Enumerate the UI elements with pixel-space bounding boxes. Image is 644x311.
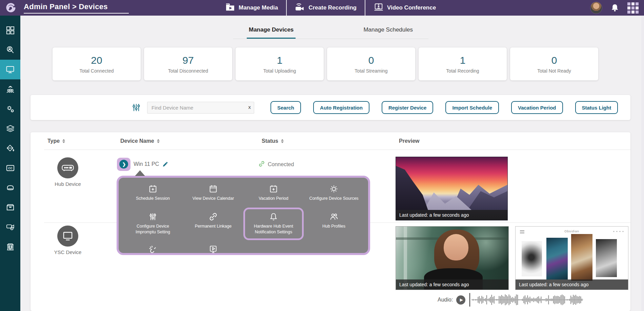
people-icon <box>329 212 339 221</box>
device-name: Win 11 PC <box>134 161 159 167</box>
sidebar-item-captions[interactable]: CC <box>0 158 20 178</box>
popup-item-schedule-session[interactable]: Schedule Session <box>123 180 183 208</box>
popup-item-hardware-hub-event-notification-settings[interactable]: Hardware Hub Event Notification Settings <box>243 208 304 240</box>
tab-bar: Manage Devices Manage Schedules <box>233 24 428 39</box>
audio-label: Audio: <box>438 297 453 303</box>
popup-item-view-device-calendar[interactable]: View Device Calendar <box>183 180 243 208</box>
stat-label: Total Streaming <box>355 68 387 74</box>
stat-value: 1 <box>277 55 283 66</box>
preview-art <box>444 234 468 260</box>
device-name-cell: ❯ Win 11 PC <box>117 157 258 171</box>
column-header-type[interactable]: Type <box>44 138 117 144</box>
device-preview-image[interactable]: Obsidian Last updated: a few seconds ago <box>515 226 628 290</box>
create-recording-button[interactable]: Create Recording <box>287 0 365 16</box>
stat-card-total-uploading: 1 Total Uploading <box>236 47 324 80</box>
institution-building-icon <box>6 242 15 251</box>
popup-item-label: Hub Profiles <box>322 223 345 229</box>
popup-item-label: Configure Device Sources <box>309 196 358 201</box>
top-right-cluster <box>590 0 639 16</box>
sidebar-item-archive[interactable] <box>0 197 20 217</box>
popup-item-hub-profiles[interactable]: Hub Profiles <box>304 208 364 240</box>
create-recording-label: Create Recording <box>308 4 357 11</box>
vacation-period-button[interactable]: Vacation Period <box>511 101 563 114</box>
devices-monitor-icon <box>5 65 15 74</box>
stat-card-total-not-ready: 0 Total Not Ready <box>510 47 598 80</box>
device-search-field: x <box>147 102 254 114</box>
popup-item-label: Unregister Device <box>136 256 169 262</box>
column-header-device-name[interactable]: Device Name <box>117 138 258 144</box>
preview-art <box>571 234 592 281</box>
user-search-icon <box>6 45 15 55</box>
popup-item-configure-device-impromptu-setting[interactable]: Configure Device Impromptu Setting <box>123 208 183 240</box>
play-button[interactable]: ▶ <box>456 295 465 305</box>
sidebar-item-conference[interactable] <box>0 79 20 99</box>
column-label: Preview <box>399 138 419 144</box>
sidebar-item-dashboard[interactable] <box>0 20 20 40</box>
clear-input-button[interactable]: x <box>248 104 251 110</box>
stat-label: Total Connected <box>79 68 114 74</box>
column-header-status[interactable]: Status <box>258 138 396 144</box>
sidebar-item-devices[interactable] <box>0 60 20 79</box>
manage-media-label: Manage Media <box>239 4 278 11</box>
edit-name-icon[interactable] <box>162 161 168 168</box>
yuja-logo-icon[interactable] <box>4 1 17 14</box>
sidebar-item-user-search[interactable] <box>0 40 20 60</box>
apps-grid-icon[interactable] <box>627 2 639 14</box>
device-actions-button[interactable]: ❯ <box>117 158 130 171</box>
scrollbar[interactable] <box>641 16 644 311</box>
main-content: Manage Devices Manage Schedules 20 Total… <box>20 16 644 311</box>
sidebar: CC <box>0 16 20 311</box>
sidebar-item-recorder[interactable] <box>0 217 20 237</box>
device-preview-image[interactable]: Last updated: a few seconds ago <box>396 226 509 290</box>
sidebar-item-storage[interactable] <box>0 178 20 197</box>
popup-item-permanent-linkage[interactable]: Permanent Linkage <box>183 208 243 240</box>
status-light-button[interactable]: Status Light <box>575 101 618 114</box>
status-cell: Connected <box>258 160 396 169</box>
audio-waveform[interactable] <box>471 293 583 307</box>
stat-card-total-connected: 20 Total Connected <box>53 47 141 80</box>
manage-media-button[interactable]: Manage Media <box>217 0 286 16</box>
popup-item-label: Schedule Session <box>136 196 170 201</box>
search-panel: x Search Auto Registration Register Devi… <box>31 95 630 120</box>
popup-item-label: Vacation Period <box>259 196 288 201</box>
video-conference-button[interactable]: Video Conference <box>365 0 444 16</box>
sidebar-item-theme[interactable] <box>0 138 20 158</box>
register-device-button[interactable]: Register Device <box>382 101 434 114</box>
sidebar-item-settings[interactable] <box>0 99 20 119</box>
calendar-plus-icon <box>148 184 158 194</box>
tab-manage-devices[interactable]: Manage Devices <box>247 24 296 39</box>
sliders-icon <box>148 212 158 221</box>
sidebar-item-institution[interactable] <box>0 237 20 256</box>
hub-device-icon <box>57 157 78 178</box>
breadcrumb[interactable]: Admin Panel > Devices <box>24 2 129 14</box>
type-cell: Hub Device <box>44 150 117 222</box>
auto-registration-button[interactable]: Auto Registration <box>313 101 369 114</box>
popup-item-unregister-device[interactable]: Unregister Device <box>123 240 183 264</box>
popup-item-label: Configure Device Impromptu Setting <box>126 223 180 235</box>
popup-item-start-impromptu-session[interactable]: Start Impromptu Session <box>183 240 243 264</box>
admin-panel-page: Admin Panel > Devices Manage Media <box>0 0 644 311</box>
notifications-bell-icon[interactable] <box>610 3 619 12</box>
device-preview-image[interactable]: Last updated: a few seconds ago <box>396 157 508 220</box>
popup-pointer-arrow <box>135 170 145 176</box>
last-updated-caption: Last updated: a few seconds ago <box>516 279 628 290</box>
recorder-camera-icon <box>6 222 15 232</box>
search-button[interactable]: Search <box>270 101 301 114</box>
conference-people-icon <box>6 85 15 94</box>
link-icon <box>208 212 218 221</box>
chevron-right-icon: ❯ <box>119 160 128 169</box>
sidebar-item-layers[interactable] <box>0 119 20 138</box>
broken-link-icon <box>148 245 158 254</box>
import-schedule-button[interactable]: Import Schedule <box>445 101 499 114</box>
popup-item-configure-device-sources[interactable]: Configure Device Sources <box>304 180 364 208</box>
avatar[interactable] <box>590 2 602 14</box>
bell-icon <box>269 212 278 221</box>
stat-card-total-recording: 1 Total Recording <box>419 47 507 80</box>
device-type-label: Hub Device <box>55 181 81 187</box>
stat-label: Total Uploading <box>263 68 296 74</box>
storage-drive-icon <box>6 183 15 192</box>
tab-manage-schedules[interactable]: Manage Schedules <box>361 24 415 39</box>
search-input[interactable] <box>147 102 254 114</box>
popup-item-vacation-period[interactable]: Vacation Period <box>243 180 304 208</box>
device-type-label: YSC Device <box>54 249 82 255</box>
